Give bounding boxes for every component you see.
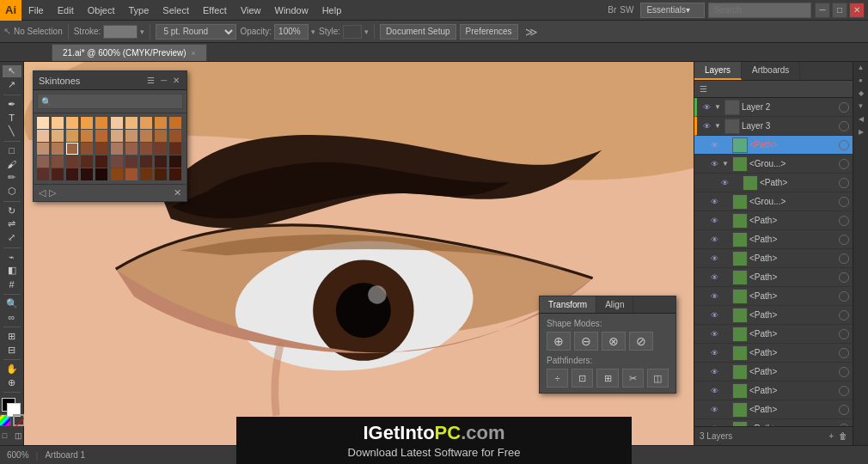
layer-item-2[interactable]: 👁<Path> bbox=[694, 136, 853, 155]
fr-btn-2[interactable]: ● bbox=[855, 76, 867, 89]
type-tool[interactable]: T bbox=[3, 112, 21, 124]
swatch-30[interactable] bbox=[37, 156, 49, 168]
pencil-tool[interactable]: ✏ bbox=[3, 172, 21, 184]
swatch-11[interactable] bbox=[52, 130, 64, 142]
rect-tool[interactable]: □ bbox=[3, 144, 21, 156]
transform-tab[interactable]: Transform bbox=[540, 296, 596, 313]
menu-edit[interactable]: Edit bbox=[51, 3, 81, 18]
no-fill[interactable] bbox=[13, 414, 25, 426]
style-preview[interactable] bbox=[343, 25, 362, 39]
layer-vis-6[interactable]: 👁 bbox=[708, 215, 720, 227]
swatch-8[interactable] bbox=[155, 117, 167, 129]
merge-btn[interactable]: ⊞ bbox=[596, 369, 618, 388]
panel-min-btn[interactable]: ─ bbox=[159, 76, 168, 85]
swatch-15[interactable] bbox=[111, 130, 123, 142]
search-input[interactable] bbox=[708, 3, 811, 18]
swatches-search[interactable] bbox=[37, 94, 183, 109]
layer-item-4[interactable]: 👁<Path> bbox=[694, 174, 853, 192]
add-layer-btn[interactable]: + bbox=[828, 431, 834, 441]
swatch-47[interactable] bbox=[140, 168, 152, 180]
layer-item-5[interactable]: 👁<Grou...> bbox=[694, 192, 853, 211]
layer-target-6[interactable] bbox=[839, 216, 849, 226]
swatch-14[interactable] bbox=[95, 130, 107, 142]
behind-mode[interactable]: ◫ bbox=[13, 430, 25, 442]
swatch-4[interactable] bbox=[95, 117, 107, 129]
layer-target-3[interactable] bbox=[839, 159, 849, 169]
menu-file[interactable]: File bbox=[21, 3, 51, 18]
swatch-45[interactable] bbox=[111, 168, 123, 180]
layer-target-0[interactable] bbox=[839, 102, 849, 113]
layer-item-13[interactable]: 👁<Path> bbox=[694, 344, 853, 363]
hand-tool[interactable]: ✋ bbox=[3, 363, 21, 375]
layer-target-13[interactable] bbox=[839, 348, 849, 358]
swatch-7[interactable] bbox=[140, 117, 152, 129]
delete-swatch-btn[interactable]: ✕ bbox=[174, 187, 181, 198]
eyedropper-tool[interactable]: 🔍 bbox=[3, 297, 21, 309]
opacity-input[interactable] bbox=[274, 24, 309, 40]
eraser-tool[interactable]: ⬡ bbox=[3, 186, 21, 198]
swatch-16[interactable] bbox=[125, 130, 138, 142]
paintbrush-tool[interactable]: 🖌 bbox=[3, 158, 21, 170]
fr-btn-1[interactable]: ▲ bbox=[855, 64, 867, 76]
layer-target-1[interactable] bbox=[839, 121, 849, 131]
swatch-39[interactable] bbox=[169, 156, 181, 168]
outline-btn[interactable]: ◫ bbox=[647, 369, 669, 388]
reflect-tool[interactable]: ⇌ bbox=[3, 218, 21, 230]
artboards-tab[interactable]: Artboards bbox=[742, 62, 800, 80]
menu-view[interactable]: View bbox=[234, 3, 268, 18]
layer-item-15[interactable]: 👁<Path> bbox=[694, 382, 853, 400]
crop-btn[interactable]: ✂ bbox=[622, 369, 644, 388]
layer-target-9[interactable] bbox=[839, 272, 849, 283]
layers-tab[interactable]: Layers bbox=[694, 62, 742, 80]
layer-vis-2[interactable]: 👁 bbox=[708, 139, 720, 151]
swatch-38[interactable] bbox=[155, 156, 167, 168]
maximize-button[interactable]: □ bbox=[832, 3, 847, 18]
layer-target-5[interactable] bbox=[839, 197, 849, 207]
swatch-6[interactable] bbox=[125, 117, 138, 129]
swatch-22[interactable] bbox=[66, 143, 78, 155]
swatch-25[interactable] bbox=[111, 143, 123, 155]
panel-close-btn[interactable]: ✕ bbox=[171, 76, 181, 85]
scale-tool[interactable]: ⤢ bbox=[3, 232, 21, 244]
swatch-24[interactable] bbox=[95, 143, 107, 155]
rotate-tool[interactable]: ↻ bbox=[3, 205, 21, 217]
layer-expand-1[interactable]: ▼ bbox=[714, 122, 723, 130]
swatch-23[interactable] bbox=[81, 143, 93, 155]
swatch-36[interactable] bbox=[125, 156, 138, 168]
color-indicator[interactable] bbox=[2, 398, 22, 411]
swatch-27[interactable] bbox=[140, 143, 152, 155]
artboard-tool[interactable]: ⊞ bbox=[3, 331, 21, 343]
layer-target-4[interactable] bbox=[839, 178, 849, 188]
swatch-12[interactable] bbox=[66, 130, 78, 142]
layer-vis-1[interactable]: 👁 bbox=[700, 120, 712, 132]
minus-btn[interactable]: ⊖ bbox=[574, 332, 598, 351]
menu-type[interactable]: Type bbox=[122, 3, 156, 18]
layer-item-1[interactable]: 👁▼Layer 3 bbox=[694, 117, 853, 136]
canvas-content[interactable]: Skintones ☰ ─ ✕ ◁ ▷ ✕ bbox=[24, 62, 694, 445]
swatch-41[interactable] bbox=[52, 168, 64, 180]
zoom-tool[interactable]: ⊕ bbox=[3, 377, 21, 389]
fr-btn-3[interactable]: ◆ bbox=[855, 89, 867, 101]
menu-effect[interactable]: Effect bbox=[196, 3, 234, 18]
layer-item-17[interactable]: 👁<Path> bbox=[694, 419, 853, 426]
swatch-35[interactable] bbox=[111, 156, 123, 168]
mesh-tool[interactable]: # bbox=[3, 278, 21, 290]
layer-vis-3[interactable]: 👁 bbox=[708, 158, 720, 170]
swatch-18[interactable] bbox=[155, 130, 167, 142]
unite-btn[interactable]: ⊕ bbox=[547, 332, 571, 351]
line-tool[interactable]: ╲ bbox=[3, 125, 21, 137]
stroke-dropdown-icon[interactable]: ▾ bbox=[140, 27, 144, 36]
layer-vis-16[interactable]: 👁 bbox=[708, 404, 720, 416]
trim-btn[interactable]: ⊡ bbox=[572, 369, 593, 388]
layer-target-16[interactable] bbox=[839, 405, 849, 415]
style-dropdown[interactable]: ▾ bbox=[364, 27, 369, 36]
layer-vis-15[interactable]: 👁 bbox=[708, 385, 720, 397]
minimize-button[interactable]: ─ bbox=[815, 3, 830, 18]
opacity-dropdown[interactable]: ▾ bbox=[311, 27, 315, 36]
layer-item-7[interactable]: 👁<Path> bbox=[694, 230, 853, 249]
layers-menu-icon[interactable]: ☰ bbox=[700, 84, 707, 94]
brush-dropdown[interactable]: 5 pt. Round bbox=[156, 24, 236, 40]
swatch-17[interactable] bbox=[140, 130, 152, 142]
doc-setup-button[interactable]: Document Setup bbox=[380, 24, 456, 40]
menu-help[interactable]: Help bbox=[315, 3, 349, 18]
